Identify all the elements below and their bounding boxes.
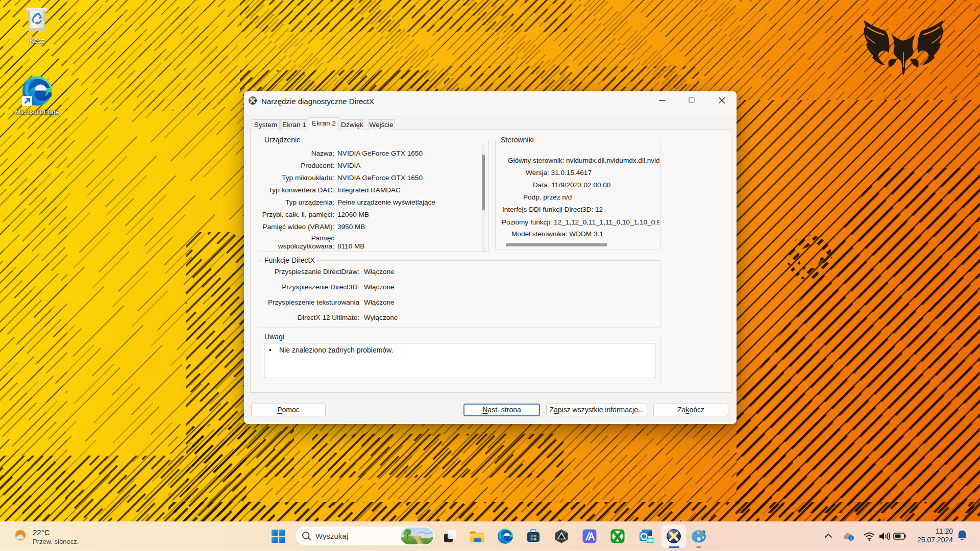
svg-text:NEW: NEW <box>646 539 654 542</box>
